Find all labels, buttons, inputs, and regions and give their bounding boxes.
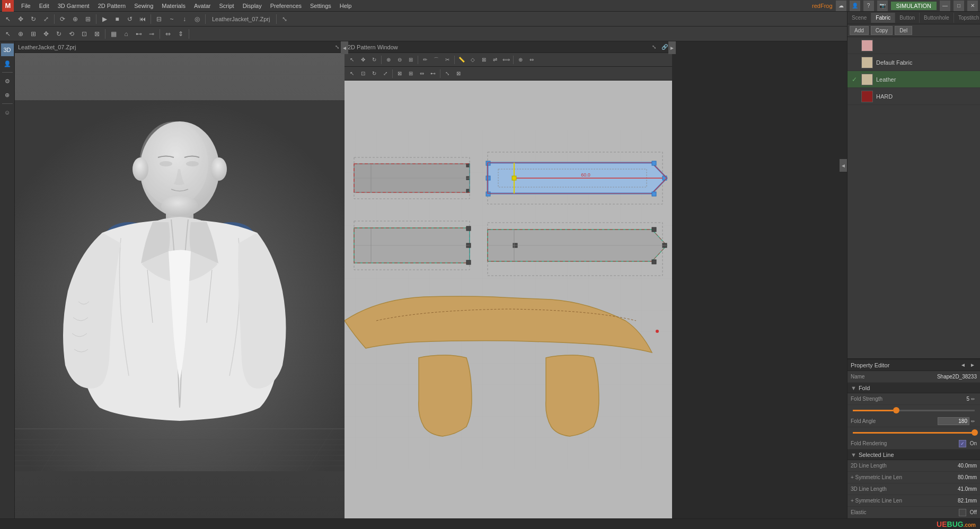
pt-rotate-btn[interactable]: ↻ xyxy=(369,55,379,65)
pt2-btn4[interactable]: ⤢ xyxy=(380,68,391,79)
tb2-btn10[interactable]: ⌂ xyxy=(120,28,132,40)
viewport-3d-expand-btn[interactable]: ⤡ xyxy=(333,43,341,51)
sim-btn[interactable]: ▶ xyxy=(99,13,110,25)
tb2-btn13[interactable]: ⇔ xyxy=(162,28,174,40)
tab-buttonhole[interactable]: Buttonhole xyxy=(920,13,954,23)
pt-measure-btn[interactable]: 📏 xyxy=(456,55,467,65)
prop-collapse-btn[interactable]: ◄ xyxy=(959,361,967,369)
menu-file[interactable]: File xyxy=(17,2,35,10)
pt-unfold-btn[interactable]: ⇔ xyxy=(526,55,537,65)
collapse-right-panel-btn[interactable]: ◄ xyxy=(840,159,847,172)
tb2-btn1[interactable]: ↖ xyxy=(2,28,14,40)
pt-clone-btn[interactable]: ⊕ xyxy=(515,55,526,65)
cloud-icon[interactable]: ☁ xyxy=(836,1,846,11)
pt2-btn1[interactable]: ↖ xyxy=(347,68,357,79)
tab-scene[interactable]: Scene xyxy=(847,13,871,23)
tb2-btn8[interactable]: ⊠ xyxy=(91,28,103,40)
tb2-btn4[interactable]: ✥ xyxy=(40,28,52,40)
pt-select-btn[interactable]: ↖ xyxy=(347,55,357,65)
tb2-btn14[interactable]: ⇕ xyxy=(175,28,187,40)
arrangement-btn[interactable]: ⊟ xyxy=(153,13,165,25)
fold-strength-slider[interactable] xyxy=(847,405,980,416)
tab-button[interactable]: Button xyxy=(895,13,920,23)
fabric-item-leather[interactable]: ✓ Leather xyxy=(847,71,980,88)
panel-3d-btn[interactable]: 3D xyxy=(1,43,14,56)
camera-icon[interactable]: 📷 xyxy=(877,1,888,11)
menu-settings[interactable]: Settings xyxy=(306,2,336,10)
panel-face-btn[interactable]: ☺ xyxy=(1,106,14,119)
collapse-right-btn[interactable]: ► xyxy=(668,41,676,54)
fold-rendering-checkbox[interactable]: ✓ xyxy=(959,440,966,447)
copy-fabric-btn[interactable]: Copy xyxy=(871,26,893,35)
pt2-btn10[interactable]: ⊠ xyxy=(453,68,464,79)
pattern-piece-3[interactable] xyxy=(354,221,471,270)
simulation-button[interactable]: SIMULATION xyxy=(891,2,937,10)
panel-avatar-btn[interactable]: 👤 xyxy=(1,57,14,70)
del-fabric-btn[interactable]: Del xyxy=(895,26,912,35)
pt-draw-btn[interactable]: ✏ xyxy=(420,55,430,65)
pt-cut-btn[interactable]: ✂ xyxy=(442,55,453,65)
minimize-icon[interactable]: — xyxy=(940,1,950,11)
panel-morph-btn[interactable]: ⊕ xyxy=(1,89,14,101)
menu-script[interactable]: Script xyxy=(215,2,239,10)
pt-grainline-btn[interactable]: ⟺ xyxy=(501,55,511,65)
user-icon[interactable]: 👤 xyxy=(850,1,860,11)
pt2-btn7[interactable]: ⇔ xyxy=(417,68,427,79)
pt-move-btn[interactable]: ✥ xyxy=(358,55,368,65)
move-tool-btn[interactable]: ✥ xyxy=(15,13,27,25)
tb2-btn9[interactable]: ▦ xyxy=(108,28,119,40)
fold-strength-thumb[interactable] xyxy=(893,407,899,413)
pt-fit-btn[interactable]: ⊞ xyxy=(405,55,416,65)
select-tool-btn[interactable]: ↖ xyxy=(2,13,14,25)
reset-btn[interactable]: ↺ xyxy=(124,13,136,25)
fold-angle-thumb[interactable] xyxy=(972,429,978,436)
pt2-btn6[interactable]: ⊞ xyxy=(405,68,416,79)
camera-zoom-btn[interactable]: ⊞ xyxy=(82,13,94,25)
prop-expand-btn[interactable]: ► xyxy=(968,361,977,369)
elastic-checkbox[interactable] xyxy=(959,509,966,516)
pt-bezier-btn[interactable]: ⌒ xyxy=(431,55,442,65)
panel-config-btn[interactable]: ⚙ xyxy=(1,75,14,87)
tab-topstitch[interactable]: Topstitch xyxy=(954,13,980,23)
rewind-btn[interactable]: ⏮ xyxy=(137,13,148,25)
pt-dart-btn[interactable]: ◇ xyxy=(467,55,478,65)
fabric-item-1[interactable] xyxy=(847,37,980,54)
fold-section-header[interactable]: ▼ Fold xyxy=(847,383,980,393)
pt2-btn2[interactable]: ⊡ xyxy=(358,68,368,79)
pt2-btn9[interactable]: ⤡ xyxy=(442,68,453,79)
tb2-btn11[interactable]: ⊷ xyxy=(133,28,145,40)
fabric-item-2[interactable]: Default Fabric xyxy=(847,54,980,71)
camera-pan-btn[interactable]: ⊕ xyxy=(69,13,81,25)
selected-line-section-header[interactable]: ▼ Selected Line xyxy=(847,449,980,460)
maximize-icon[interactable]: □ xyxy=(953,1,964,11)
wind-btn[interactable]: ~ xyxy=(166,13,178,25)
fabric-item-hard[interactable]: HARD xyxy=(847,88,980,105)
menu-display[interactable]: Display xyxy=(239,2,266,10)
fold-angle-slider[interactable] xyxy=(847,427,980,438)
expand-3d-btn[interactable]: ⤡ xyxy=(279,13,290,25)
gravity-btn[interactable]: ↓ xyxy=(179,13,190,25)
scale-tool-btn[interactable]: ⤢ xyxy=(40,13,52,25)
pt2-btn8[interactable]: ⊷ xyxy=(428,68,438,79)
tb2-btn3[interactable]: ⊞ xyxy=(28,28,39,40)
camera-orbit-btn[interactable]: ⟳ xyxy=(57,13,68,25)
pattern-link-icon[interactable]: 🔗 xyxy=(660,43,669,51)
tb2-btn6[interactable]: ⟲ xyxy=(66,28,77,40)
menu-avatar[interactable]: Avatar xyxy=(190,2,215,10)
menu-help[interactable]: Help xyxy=(336,2,356,10)
tb2-btn7[interactable]: ⊡ xyxy=(78,28,90,40)
fold-angle-input[interactable] xyxy=(938,417,969,425)
rotate-tool-btn[interactable]: ↻ xyxy=(28,13,39,25)
tab-fabric[interactable]: Fabric xyxy=(871,13,895,23)
tb2-btn2[interactable]: ⊕ xyxy=(15,28,27,40)
pt-seam-btn[interactable]: ⊠ xyxy=(479,55,489,65)
tb2-btn5[interactable]: ↻ xyxy=(53,28,65,40)
tb2-btn12[interactable]: ⊸ xyxy=(146,28,157,40)
help-icon[interactable]: ? xyxy=(863,1,874,11)
pt2-btn5[interactable]: ⊠ xyxy=(394,68,405,79)
close-icon[interactable]: ✕ xyxy=(967,1,978,11)
collision-btn[interactable]: ◎ xyxy=(191,13,203,25)
fold-angle-edit-btn[interactable]: ✏ xyxy=(969,418,977,425)
stop-btn[interactable]: ■ xyxy=(111,13,123,25)
pt-zoomout-btn[interactable]: ⊖ xyxy=(394,55,405,65)
